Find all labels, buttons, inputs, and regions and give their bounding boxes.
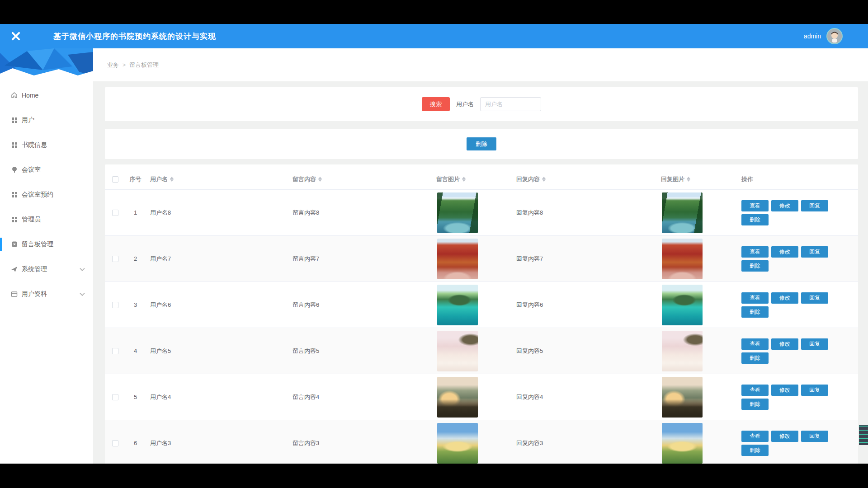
message-image-thumbnail [437,192,478,233]
sidebar-item-label: 留言板管理 [22,240,53,249]
chevron-down-icon [80,266,85,271]
delete-button[interactable]: 删除 [741,214,769,225]
delete-button[interactable]: 删除 [741,306,769,318]
grid-icon [11,117,18,123]
delete-button[interactable]: 删除 [741,445,769,456]
page-title: 基于微信小程序的书院预约系统的设计与实现 [53,31,216,42]
reply-image-thumbnail [662,239,703,279]
sort-icon[interactable] [318,177,322,182]
close-button[interactable] [0,24,32,48]
reply-button[interactable]: 回复 [801,338,828,350]
table-header-row: 序号 用户名 留言内容 留言图片 回复内容 回复图 [105,169,858,190]
cell-message: 留言内容4 [288,393,432,401]
reply-button[interactable]: 回复 [801,292,828,304]
cell-index: 1 [125,209,146,216]
reply-button[interactable]: 回复 [801,385,828,396]
cell-index: 6 [125,440,146,446]
table-row: 6 用户名3 留言内容3 回复内容3 查看 修改 回复 删除 [105,420,858,466]
cell-message: 留言内容5 [288,347,432,355]
row-checkbox[interactable] [112,210,118,216]
sort-icon[interactable] [687,177,690,182]
cell-index: 5 [125,394,146,400]
message-image-thumbnail [437,423,478,464]
letterbox-top [0,0,868,24]
sidebar-item-admin[interactable]: 管理员 [0,207,93,232]
sidebar-item-users[interactable]: 用户 [0,108,93,132]
home-icon [11,92,18,99]
column-header-reply-image: 回复图片 [656,175,737,183]
letterbox-bottom [0,464,868,488]
cell-reply: 回复内容3 [512,439,656,447]
username-field-label: 用户名 [456,100,474,108]
username-search-input[interactable] [480,97,541,111]
cell-message: 留言内容7 [288,255,432,263]
cell-index: 3 [125,301,146,308]
edit-button[interactable]: 修改 [771,431,798,442]
edit-button[interactable]: 修改 [771,200,798,211]
select-all-checkbox[interactable] [112,176,118,183]
view-button[interactable]: 查看 [741,246,769,258]
reply-image-thumbnail [662,192,703,233]
sidebar-item-label: 用户资料 [22,290,47,298]
edit-button[interactable]: 修改 [771,385,798,396]
view-button[interactable]: 查看 [741,292,769,304]
edit-button[interactable]: 修改 [771,292,798,304]
breadcrumb-section[interactable]: 业务 [107,61,119,69]
column-header-message: 留言内容 [288,175,432,183]
edit-button[interactable]: 修改 [771,338,798,350]
reply-image-thumbnail [662,377,703,418]
reply-button[interactable]: 回复 [801,431,828,442]
sort-icon[interactable] [542,177,546,182]
view-button[interactable]: 查看 [741,431,769,442]
table-row: 3 用户名6 留言内容6 回复内容6 查看 修改 回复 删除 [105,282,858,328]
close-icon [11,31,21,41]
row-checkbox[interactable] [112,348,118,354]
grid-icon [11,216,18,223]
app-header: 基于微信小程序的书院预约系统的设计与实现 admin [0,24,868,48]
cell-message: 留言内容8 [288,209,432,217]
delete-button[interactable]: 删除 [741,399,769,410]
column-header-actions: 操作 [737,175,858,183]
row-actions: 查看 修改 回复 删除 [741,385,834,410]
search-button[interactable]: 搜索 [422,97,450,111]
grid-icon [11,141,18,148]
view-button[interactable]: 查看 [741,200,769,211]
sidebar-item-meeting-room-booking[interactable]: 会议室预约 [0,182,93,207]
cell-reply: 回复内容7 [512,255,656,263]
sidebar-item-home[interactable]: Home [0,83,93,108]
sidebar-item-message-board[interactable]: 留言板管理 [0,232,93,257]
row-checkbox[interactable] [112,440,118,446]
table-row: 2 用户名7 留言内容7 回复内容7 查看 修改 回复 删除 [105,236,858,282]
row-checkbox[interactable] [112,256,118,262]
delete-button[interactable]: 删除 [741,352,769,364]
bulk-delete-button[interactable]: 删除 [467,137,496,150]
logged-in-user[interactable]: admin [804,33,821,40]
avatar[interactable] [826,28,843,44]
row-checkbox[interactable] [112,302,118,308]
view-button[interactable]: 查看 [741,338,769,350]
floating-widget-button[interactable] [857,422,868,448]
view-button[interactable]: 查看 [741,385,769,396]
sort-icon[interactable] [170,177,174,182]
reply-image-thumbnail [662,285,703,325]
row-checkbox[interactable] [112,394,118,400]
sidebar-item-user-profile[interactable]: 用户资料 [0,282,93,306]
reply-image-thumbnail [662,331,703,371]
table-row: 1 用户名8 留言内容8 回复内容8 查看 修改 回复 删除 [105,190,858,236]
delete-button[interactable]: 删除 [741,260,769,272]
cell-username: 用户名4 [146,393,288,401]
sort-icon[interactable] [462,177,466,182]
message-image-thumbnail [437,331,478,371]
reply-button[interactable]: 回复 [801,200,828,211]
column-header-index: 序号 [125,175,146,183]
edit-button[interactable]: 修改 [771,246,798,258]
sidebar-item-system-management[interactable]: 系统管理 [0,257,93,282]
sidebar-item-meeting-room[interactable]: 会议室 [0,157,93,182]
reply-button[interactable]: 回复 [801,246,828,258]
grid-icon [11,191,18,198]
row-actions: 查看 修改 回复 删除 [741,200,834,225]
cell-username: 用户名6 [146,301,288,309]
cell-username: 用户名3 [146,439,288,447]
avatar-face-icon [827,28,842,44]
sidebar-item-academy-info[interactable]: 书院信息 [0,132,93,157]
